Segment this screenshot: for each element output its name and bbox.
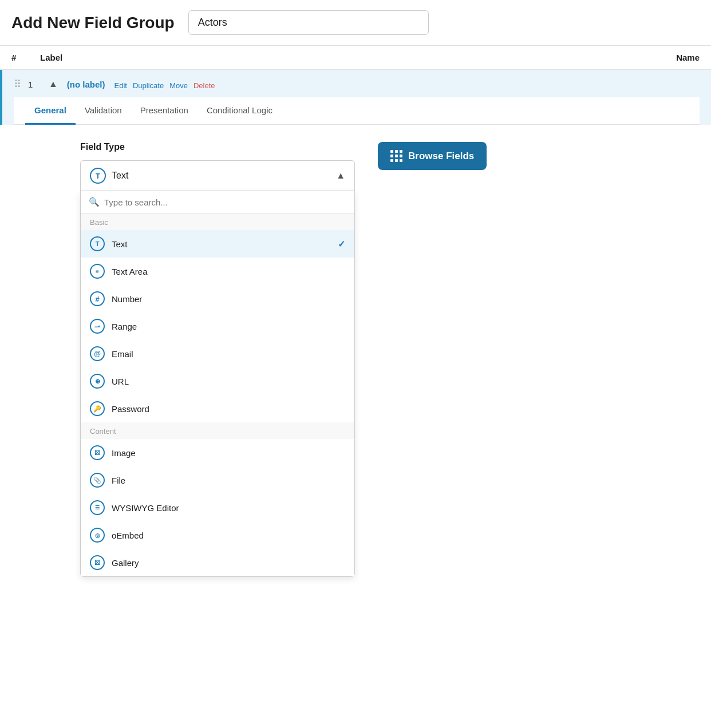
col-name-header: Name bbox=[631, 53, 700, 62]
group-basic-label: Basic bbox=[81, 213, 354, 230]
field-type-option-text[interactable]: T Text ✓ bbox=[81, 230, 354, 258]
tabs-bar: General Validation Presentation Conditio… bbox=[14, 97, 700, 125]
browse-grid-icon bbox=[390, 150, 402, 162]
browse-fields-button[interactable]: Browse Fields bbox=[378, 142, 487, 170]
tab-general[interactable]: General bbox=[25, 97, 76, 125]
tab-validation[interactable]: Validation bbox=[76, 97, 131, 125]
field-type-option-oembed[interactable]: ◎ oEmbed bbox=[81, 521, 354, 549]
edit-link[interactable]: Edit bbox=[114, 81, 127, 90]
field-type-option-gallery[interactable]: ☒ Gallery bbox=[81, 549, 354, 576]
text-type-icon: T bbox=[90, 236, 105, 251]
wysiwyg-type-icon: ☰ bbox=[90, 500, 105, 515]
email-type-label: Email bbox=[112, 349, 345, 359]
field-type-option-textarea[interactable]: ≡ Text Area bbox=[81, 258, 354, 285]
field-label: (no label) bbox=[67, 80, 105, 89]
number-type-label: Number bbox=[112, 294, 345, 304]
delete-link[interactable]: Delete bbox=[193, 81, 215, 90]
browse-fields-label: Browse Fields bbox=[408, 151, 474, 162]
table-header: # Label Name bbox=[0, 46, 711, 70]
field-type-option-email[interactable]: @ Email bbox=[81, 340, 354, 367]
col-label-header: Label bbox=[40, 53, 631, 62]
file-type-icon: 📎 bbox=[90, 473, 105, 488]
selected-type-icon: T bbox=[90, 168, 106, 184]
tab-conditional-logic[interactable]: Conditional Logic bbox=[198, 97, 282, 125]
number-type-icon: # bbox=[90, 291, 105, 306]
field-type-option-url[interactable]: ⊕ URL bbox=[81, 367, 354, 395]
oembed-type-label: oEmbed bbox=[112, 531, 345, 540]
wysiwyg-type-label: WYSIWYG Editor bbox=[112, 503, 345, 513]
range-type-icon: ‒• bbox=[90, 319, 105, 334]
field-type-option-range[interactable]: ‒• Range bbox=[81, 312, 354, 340]
gallery-type-label: Gallery bbox=[112, 558, 345, 568]
group-content-label: Content bbox=[81, 422, 354, 439]
field-type-section: Field Type T Text ▲ 🔍 Basic T Text ✓ ≡ T… bbox=[0, 125, 711, 588]
field-type-dropdown-trigger[interactable]: T Text ▲ bbox=[80, 160, 355, 191]
file-type-label: File bbox=[112, 476, 345, 485]
row-number: 1 bbox=[28, 80, 40, 89]
gallery-type-icon: ☒ bbox=[90, 555, 105, 570]
dropdown-chevron-up-icon: ▲ bbox=[336, 171, 345, 181]
field-type-option-number[interactable]: # Number bbox=[81, 285, 354, 312]
field-type-option-password[interactable]: 🔑 Password bbox=[81, 395, 354, 422]
page-title: Add New Field Group bbox=[11, 14, 175, 32]
search-icon: 🔍 bbox=[89, 197, 100, 207]
dropdown-panel: 🔍 Basic T Text ✓ ≡ Text Area # Number ‒•… bbox=[80, 191, 355, 577]
drag-handle-icon[interactable]: ⠿ bbox=[14, 78, 21, 90]
selected-type-label: Text bbox=[112, 171, 128, 181]
range-type-label: Range bbox=[112, 322, 345, 331]
url-type-label: URL bbox=[112, 377, 345, 386]
field-type-search-input[interactable] bbox=[104, 197, 346, 207]
textarea-type-icon: ≡ bbox=[90, 264, 105, 279]
duplicate-link[interactable]: Duplicate bbox=[133, 81, 164, 90]
field-row: ⠿ 1 ▲ (no label) Edit Duplicate Move Del… bbox=[0, 70, 711, 125]
col-hash-header: # bbox=[11, 53, 40, 62]
search-row: 🔍 bbox=[81, 191, 354, 213]
password-type-icon: 🔑 bbox=[90, 401, 105, 416]
field-type-option-image[interactable]: ☒ Image bbox=[81, 439, 354, 466]
textarea-type-label: Text Area bbox=[112, 267, 345, 276]
url-type-icon: ⊕ bbox=[90, 374, 105, 389]
field-type-option-wysiwyg[interactable]: ☰ WYSIWYG Editor bbox=[81, 494, 354, 521]
text-type-label: Text bbox=[112, 239, 331, 249]
field-group-title-input[interactable] bbox=[188, 10, 429, 35]
field-type-option-file[interactable]: 📎 File bbox=[81, 466, 354, 494]
page-header: Add New Field Group bbox=[0, 0, 711, 46]
image-type-icon: ☒ bbox=[90, 445, 105, 460]
field-actions: Edit Duplicate Move Delete bbox=[114, 81, 215, 90]
password-type-label: Password bbox=[112, 404, 345, 414]
move-link[interactable]: Move bbox=[169, 81, 188, 90]
collapse-chevron-button[interactable]: ▲ bbox=[46, 79, 60, 89]
selected-check-icon: ✓ bbox=[338, 239, 345, 250]
image-type-label: Image bbox=[112, 448, 345, 458]
email-type-icon: @ bbox=[90, 346, 105, 361]
oembed-type-icon: ◎ bbox=[90, 528, 105, 543]
tab-presentation[interactable]: Presentation bbox=[131, 97, 198, 125]
